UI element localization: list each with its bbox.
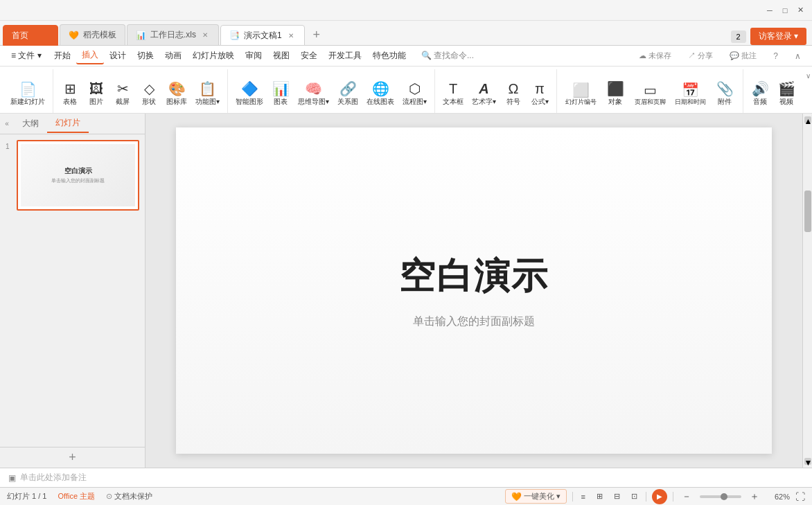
panel-tab-slides[interactable]: 幻灯片 bbox=[47, 114, 89, 133]
layout-grid3-btn[interactable]: ⊡ bbox=[628, 491, 640, 502]
scroll-track[interactable] bbox=[803, 123, 812, 458]
ribbon-attachment[interactable]: 📎 附件 bbox=[711, 76, 739, 113]
menu-design[interactable]: 设计 bbox=[104, 48, 132, 64]
attachment-icon: 📎 bbox=[716, 82, 734, 96]
notes-icon: ▣ bbox=[8, 473, 16, 483]
ribbon-date-time[interactable]: 📅 日期和时间 bbox=[671, 76, 709, 113]
ribbon-object-label: 对象 bbox=[608, 97, 622, 107]
shape-icon: ◇ bbox=[144, 82, 155, 96]
ribbon-group-insert: ⊞ 表格 🖼 图片 ✂ 截屏 ◇ 形状 🎨 图标库 📋 功能图▾ bbox=[53, 69, 228, 113]
menu-special[interactable]: 特色功能 bbox=[367, 48, 412, 64]
header-footer-icon: ▭ bbox=[644, 83, 657, 97]
ribbon-text-box[interactable]: T 文本框 bbox=[439, 76, 467, 113]
play-button[interactable]: ▶ bbox=[652, 489, 667, 504]
menu-search[interactable]: 🔍 查找命令... bbox=[416, 48, 479, 64]
scroll-up-btn[interactable]: ▲ bbox=[804, 116, 811, 123]
ribbon-expand-btn[interactable]: ∨ bbox=[803, 71, 812, 80]
ribbon-slide-num[interactable]: ⬜ 幻灯片编号 bbox=[561, 76, 600, 113]
menu-save-status[interactable]: ☁ 未保存 bbox=[633, 48, 677, 63]
ribbon-smart-shape[interactable]: 🔷 智能图形 bbox=[232, 76, 267, 113]
audio-icon: 🔊 bbox=[752, 82, 769, 96]
ribbon-formula[interactable]: π 公式▾ bbox=[527, 76, 552, 113]
zoom-thumb[interactable] bbox=[721, 493, 727, 500]
tab-excel-close[interactable]: ✕ bbox=[200, 30, 210, 40]
ribbon-symbol[interactable]: Ω 符号 bbox=[501, 76, 526, 113]
login-button[interactable]: 访客登录 ▾ bbox=[750, 28, 806, 45]
ribbon-header-footer[interactable]: ▭ 页眉和页脚 bbox=[630, 76, 669, 113]
notes-bar[interactable]: ▣ 单击此处添加备注 bbox=[0, 468, 812, 487]
tab-present[interactable]: 📑 演示文稿1 ✕ bbox=[220, 25, 305, 46]
ribbon-video-label: 视频 bbox=[779, 97, 793, 107]
layout-grid1-btn[interactable]: ⊞ bbox=[594, 491, 606, 502]
ribbon-flow-chart-label: 流程图▾ bbox=[403, 97, 427, 107]
screenshot-icon: ✂ bbox=[117, 82, 129, 96]
tab-template[interactable]: 🧡 稻壳模板 bbox=[60, 24, 125, 45]
layout-list-btn[interactable]: ≡ bbox=[579, 492, 588, 502]
window-controls: ─ □ ✕ bbox=[764, 4, 806, 17]
menu-start[interactable]: 开始 bbox=[48, 48, 76, 64]
slide-item-1[interactable]: 1 空白演示 单击输入您的封面副标题 bbox=[17, 140, 139, 216]
menu-transition[interactable]: 切换 bbox=[132, 48, 159, 64]
tab-present-close[interactable]: ✕ bbox=[286, 30, 296, 40]
ribbon-image[interactable]: 🖼 图片 bbox=[84, 76, 109, 113]
menu-review[interactable]: 审阅 bbox=[240, 48, 267, 64]
menu-collapse[interactable]: ∧ bbox=[789, 49, 806, 63]
menu-animation[interactable]: 动画 bbox=[159, 48, 187, 64]
menu-comment[interactable]: 💬 批注 bbox=[724, 48, 762, 63]
ribbon-audio[interactable]: 🔊 音频 bbox=[748, 76, 773, 113]
smart-shape-icon: 🔷 bbox=[241, 82, 258, 96]
ribbon-function-chart[interactable]: 📋 功能图▾ bbox=[192, 76, 223, 113]
add-slide-button[interactable]: + bbox=[0, 447, 145, 468]
ribbon-mind-map[interactable]: 🧠 思维导图▾ bbox=[294, 76, 333, 113]
menu-help[interactable]: ? bbox=[768, 49, 784, 63]
ribbon-mind-map-label: 思维导图▾ bbox=[298, 97, 329, 107]
tab-excel[interactable]: 📊 工作日志.xls ✕ bbox=[127, 24, 219, 45]
fullscreen-button[interactable]: ⛶ bbox=[795, 491, 805, 502]
menu-security[interactable]: 安全 bbox=[295, 48, 323, 64]
ribbon-screenshot[interactable]: ✂ 截屏 bbox=[110, 76, 135, 113]
slide-canvas[interactable]: 空白演示 单击输入您的封面副标题 bbox=[176, 127, 772, 454]
content-area: 空白演示 单击输入您的封面副标题 bbox=[145, 114, 802, 468]
right-scrollbar[interactable]: ▲ ▼ bbox=[802, 114, 812, 468]
tab-add-button[interactable]: + bbox=[306, 24, 327, 45]
zoom-minus[interactable]: － bbox=[679, 490, 694, 504]
ribbon-table[interactable]: ⊞ 表格 bbox=[58, 76, 82, 113]
menu-insert[interactable]: 插入 bbox=[76, 47, 104, 64]
ribbon-object[interactable]: ⬛ 对象 bbox=[601, 76, 629, 113]
ribbon-flow-chart[interactable]: ⬡ 流程图▾ bbox=[399, 76, 430, 113]
zoom-plus[interactable]: ＋ bbox=[747, 490, 762, 504]
ribbon-chart[interactable]: 📊 图表 bbox=[268, 76, 293, 113]
panel-tab-outline[interactable]: 大纲 bbox=[14, 115, 47, 132]
new-slide-icon: 📄 bbox=[19, 82, 37, 96]
tab-home[interactable]: 首页 bbox=[3, 25, 58, 46]
ribbon: 📄 新建幻灯片 ⊞ 表格 🖼 图片 ✂ 截屏 ◇ 形状 � bbox=[0, 67, 812, 114]
notification-button[interactable]: 2 bbox=[731, 30, 746, 43]
security-area[interactable]: ⊙ 文档未保护 bbox=[106, 491, 152, 502]
scroll-thumb[interactable] bbox=[804, 191, 811, 232]
minimize-button[interactable]: ─ bbox=[764, 4, 776, 17]
menu-file[interactable]: ≡ 文件 ▾ bbox=[6, 48, 47, 64]
scroll-down-btn[interactable]: ▼ bbox=[804, 458, 811, 465]
panel-collapse-btn[interactable]: « bbox=[0, 117, 14, 131]
security-icon: ⊙ bbox=[106, 492, 112, 501]
ribbon-online-chart[interactable]: 🌐 在线图表 bbox=[363, 76, 398, 113]
beautify-btn[interactable]: 🧡 一键美化 ▾ bbox=[505, 489, 567, 504]
ribbon-image-label: 图片 bbox=[89, 97, 103, 107]
menu-share[interactable]: ↗ 分享 bbox=[682, 48, 718, 63]
ribbon-table-label: 表格 bbox=[63, 97, 77, 107]
menu-view[interactable]: 视图 bbox=[267, 48, 295, 64]
layout-grid2-btn[interactable]: ⊟ bbox=[611, 491, 623, 502]
ribbon-shape[interactable]: ◇ 形状 bbox=[136, 76, 161, 113]
notes-placeholder: 单击此处添加备注 bbox=[20, 472, 87, 484]
menu-slideshow[interactable]: 幻灯片放映 bbox=[187, 48, 240, 64]
ribbon-relation-chart[interactable]: 🔗 关系图 bbox=[334, 76, 362, 113]
zoom-slider[interactable] bbox=[700, 495, 741, 498]
maximize-button[interactable]: □ bbox=[779, 4, 791, 17]
ribbon-new-slide[interactable]: 📄 新建幻灯片 bbox=[7, 76, 48, 113]
close-button[interactable]: ✕ bbox=[794, 4, 806, 17]
menu-dev[interactable]: 开发工具 bbox=[323, 48, 367, 64]
ribbon-art-text[interactable]: A 艺术字▾ bbox=[468, 76, 500, 113]
slide-thumb-1[interactable]: 空白演示 单击输入您的封面副标题 bbox=[17, 140, 139, 211]
ribbon-icon-lib[interactable]: 🎨 图标库 bbox=[163, 76, 191, 113]
ribbon-video[interactable]: 🎬 视频 bbox=[774, 76, 799, 113]
